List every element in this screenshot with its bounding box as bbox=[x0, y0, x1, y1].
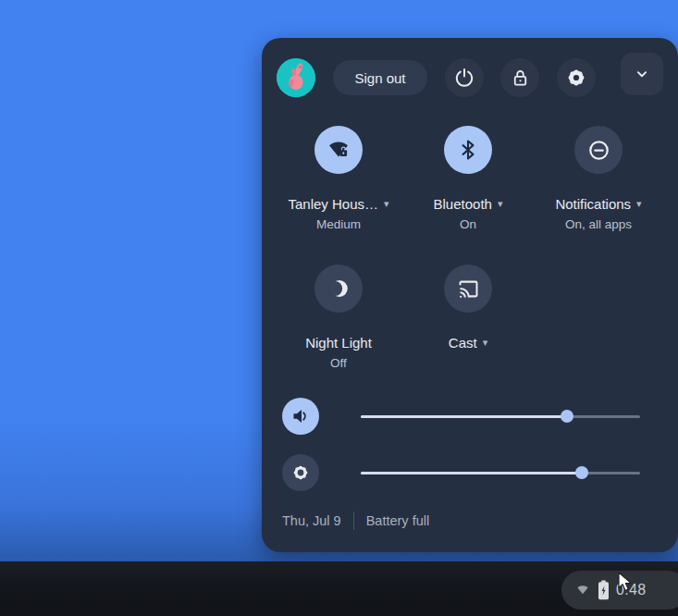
brightness-row bbox=[262, 454, 678, 491]
wifi-tray-icon bbox=[574, 583, 591, 598]
do-not-disturb-icon bbox=[586, 138, 611, 163]
settings-button[interactable] bbox=[557, 58, 596, 97]
mouse-cursor bbox=[618, 572, 634, 594]
volume-slider-thumb[interactable] bbox=[561, 410, 573, 423]
dropdown-caret-icon[interactable]: ▾ bbox=[384, 198, 389, 210]
sign-out-button[interactable]: Sign out bbox=[333, 60, 427, 95]
night-light-tile-label: Night Light bbox=[305, 335, 372, 351]
network-tile-label: Tanley Hous… bbox=[288, 196, 378, 212]
battery-status-label[interactable]: Battery full bbox=[366, 513, 430, 528]
avatar[interactable] bbox=[277, 58, 315, 97]
lock-button[interactable] bbox=[500, 58, 539, 97]
volume-slider[interactable] bbox=[361, 398, 640, 435]
tile-cast[interactable]: Cast ▾ bbox=[403, 265, 533, 351]
quick-settings-panel: Sign out bbox=[262, 38, 678, 552]
brightness-button[interactable] bbox=[282, 454, 319, 491]
volume-mute-toggle[interactable] bbox=[282, 398, 319, 435]
power-icon bbox=[453, 67, 475, 89]
network-tile-sublabel: Medium bbox=[274, 217, 403, 231]
collapse-panel-button[interactable] bbox=[621, 53, 663, 95]
speaker-icon bbox=[290, 405, 312, 427]
date-label[interactable]: Thu, Jul 9 bbox=[282, 513, 341, 528]
tile-network[interactable]: Tanley Hous… ▾ Medium bbox=[274, 126, 403, 231]
footer-divider bbox=[353, 511, 354, 530]
tile-bluetooth[interactable]: Bluetooth ▾ On bbox=[403, 126, 533, 231]
cast-icon bbox=[456, 277, 481, 302]
tile-notifications[interactable]: Notifications ▾ On, all apps bbox=[534, 126, 663, 231]
night-light-tile-sublabel: Off bbox=[274, 356, 403, 370]
brightness-slider-thumb[interactable] bbox=[575, 466, 588, 479]
volume-row bbox=[262, 398, 678, 435]
cast-tile-label: Cast bbox=[449, 335, 477, 351]
bluetooth-tile-sublabel: On bbox=[403, 217, 533, 231]
brightness-sun-icon bbox=[290, 462, 312, 484]
power-button[interactable] bbox=[445, 58, 484, 97]
lock-icon bbox=[510, 68, 531, 89]
brightness-slider[interactable] bbox=[361, 454, 640, 491]
night-light-moon-icon bbox=[327, 277, 351, 301]
dropdown-caret-icon[interactable]: ▾ bbox=[498, 198, 503, 210]
dropdown-caret-icon[interactable]: ▾ bbox=[636, 198, 642, 210]
gear-icon bbox=[565, 67, 587, 89]
bluetooth-icon bbox=[456, 138, 480, 162]
dropdown-caret-icon[interactable]: ▾ bbox=[483, 337, 488, 349]
bluetooth-tile-label: Bluetooth bbox=[434, 196, 492, 212]
panel-footer: Thu, Jul 9 Battery full bbox=[282, 510, 429, 532]
shelf: 0:48 bbox=[0, 561, 678, 616]
avatar-rabbit-icon bbox=[277, 58, 315, 97]
battery-charging-icon bbox=[598, 580, 610, 600]
notifications-tile-label: Notifications bbox=[555, 196, 631, 212]
wifi-secured-icon bbox=[327, 138, 351, 162]
chevron-down-icon bbox=[632, 64, 652, 84]
notifications-tile-sublabel: On, all apps bbox=[534, 217, 663, 231]
tile-night-light[interactable]: Night Light Off bbox=[274, 265, 403, 370]
